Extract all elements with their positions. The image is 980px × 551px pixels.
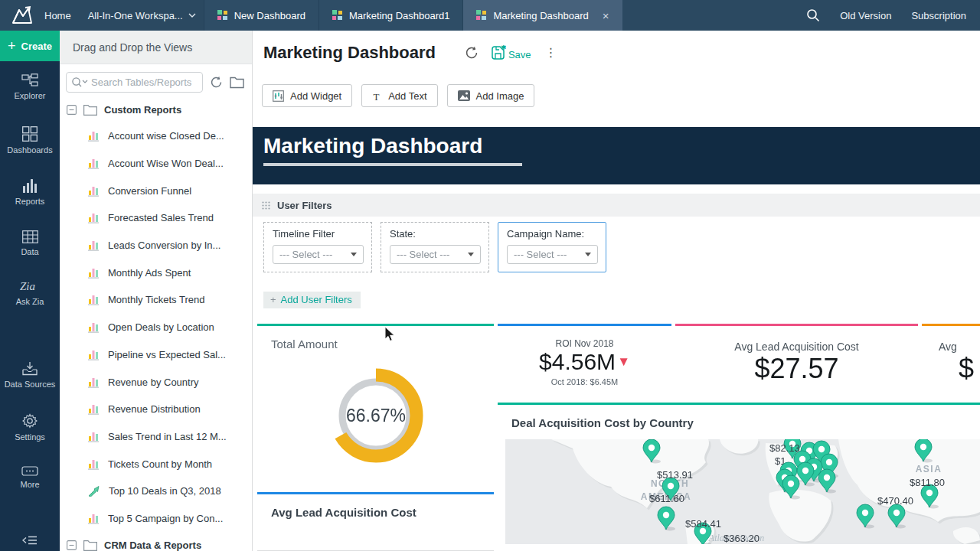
kpi-title: Avg Lead Acquisition Cost [734, 341, 858, 353]
subscription-link[interactable]: Subscription [911, 10, 966, 21]
report-list-item[interactable]: Tickets Count by Month [60, 450, 252, 478]
home-link[interactable]: Home [44, 10, 71, 21]
dashboard-tab-icon [217, 10, 228, 21]
refresh-icon[interactable] [210, 76, 223, 89]
dashboard-tab-icon [332, 10, 343, 21]
bar-chart-icon [88, 240, 100, 251]
widget-kpi-roi[interactable]: ROI Nov 2018 $4.56M ▼ Oct 2018: $6.45M [498, 324, 671, 399]
folder-custom-reports[interactable]: Custom Reports [60, 97, 252, 122]
collapse-toggle-icon[interactable] [67, 540, 77, 550]
sidebar-item-explorer[interactable]: Explorer [15, 73, 46, 100]
add-image-label: Add Image [476, 90, 524, 102]
map-value-label: $470.40 [877, 495, 913, 507]
analytics-logo-icon[interactable] [0, 5, 44, 25]
plus-icon: + [270, 294, 276, 305]
folder-icon [83, 105, 97, 116]
report-label: Monthly Tickets Trend [108, 294, 204, 305]
old-version-link[interactable]: Old Version [840, 10, 891, 21]
report-label: Top 5 Campaign by Con... [108, 513, 223, 524]
refresh-dashboard-icon[interactable] [465, 46, 479, 60]
widget-icon [273, 90, 284, 102]
svg-text:✱: ✱ [501, 45, 506, 51]
add-text-label: Add Text [388, 90, 426, 102]
caret-down-icon [351, 253, 357, 256]
save-button[interactable]: ✱ Save [491, 45, 531, 60]
svg-text:T: T [374, 91, 380, 101]
tab-marketing-dashboard[interactable]: Marketing Dashboard × [462, 0, 622, 31]
report-label: Sales Trend in Last 12 M... [108, 431, 227, 442]
tab-marketing-dashboard1[interactable]: Marketing Dashboard1 [318, 0, 463, 31]
trend-arrow-icon [88, 485, 100, 497]
sidebar-item-reports[interactable]: Reports [15, 179, 45, 206]
report-list-item[interactable]: Top 10 Deals in Q3, 2018 [60, 478, 252, 505]
folder-view-icon[interactable] [230, 77, 244, 89]
gauge-chart: 66.67% [318, 358, 433, 473]
bar-chart-icon [88, 212, 100, 223]
report-label: Top 10 Deals in Q3, 2018 [109, 485, 221, 497]
filter-campaign-name: Campaign Name: --- Select --- [498, 222, 606, 272]
report-label: Forecasted Sales Trend [108, 212, 214, 223]
create-label: Create [21, 41, 52, 52]
bar-chart-icon [88, 130, 100, 142]
filter-timeline: Timeline Filter --- Select --- [263, 222, 372, 272]
report-list-item[interactable]: Top 5 Campaign by Con... [60, 505, 252, 533]
select-value: --- Select --- [514, 249, 567, 260]
dashboard-canvas: Marketing Dashboard ✱ Save ⋮ Add Widget … [253, 31, 980, 551]
workspace-switcher[interactable]: All-In-One Workspa... [88, 10, 196, 21]
add-text-button[interactable]: T Add Text [361, 84, 437, 107]
add-widget-button[interactable]: Add Widget [262, 84, 352, 107]
report-list-item[interactable]: Conversion Funnel [60, 177, 252, 204]
folder-crm-data-reports[interactable]: CRM Data & Reports [60, 532, 252, 551]
state-filter-select[interactable]: --- Select --- [390, 245, 481, 264]
kpi-title: ROI Nov 2018 [555, 338, 613, 349]
add-image-button[interactable]: Add Image [447, 84, 535, 107]
world-map-chart: Atlantic Ocean NORTHAMERICAASIA$1$82.13$… [505, 439, 980, 544]
create-button[interactable]: + Create [0, 31, 60, 61]
report-label: Conversion Funnel [108, 185, 191, 197]
widget-kpi-partial[interactable]: Avg $ [922, 324, 980, 399]
sidebar-item-more[interactable]: More [20, 466, 39, 489]
report-list-item[interactable]: Account Wise Won Deal... [60, 150, 252, 178]
chevron-down-icon [188, 13, 196, 18]
report-list-item[interactable]: Revenue Distribution [60, 396, 252, 423]
sidebar-item-ask-zia[interactable]: Zia Ask Zia [16, 279, 44, 306]
report-list-item[interactable]: Forecasted Sales Trend [60, 204, 252, 232]
report-list-item[interactable]: Account wise Closed De... [60, 122, 252, 150]
report-list-item[interactable]: Open Deals by Location [60, 314, 252, 341]
report-list-item[interactable]: Revenue by Country [60, 368, 252, 396]
widget-avg-lead-acquisition-table[interactable]: Avg Lead Acquisition Cost [257, 492, 494, 551]
campaign-filter-select[interactable]: --- Select --- [507, 245, 598, 264]
kpi-value: $4.56M [539, 349, 616, 375]
explorer-icon [21, 73, 38, 87]
gear-icon [22, 413, 38, 429]
drag-handle-icon[interactable] [262, 201, 270, 210]
report-list-item[interactable]: Monthly Tickets Trend [60, 286, 252, 314]
report-label: Tickets Count by Month [108, 458, 212, 470]
collapse-toggle-icon[interactable] [67, 105, 77, 115]
views-panel-header: Drag and Drop the Views [60, 31, 252, 64]
report-list-item[interactable]: Leads Conversion by In... [60, 232, 252, 259]
tab-close-icon[interactable]: × [603, 9, 609, 22]
widget-total-amount[interactable]: Total Amount 66.67% [257, 324, 494, 491]
add-user-filters-link[interactable]: + Add User Filters [263, 292, 361, 308]
search-dropdown-icon[interactable] [71, 77, 88, 91]
page-title: Marketing Dashboard [263, 43, 436, 63]
bar-chart-icon [88, 185, 100, 197]
widget-deal-acquisition-map[interactable]: Deal Acquisition Cost by Country [498, 403, 980, 551]
collapse-sidebar-icon[interactable] [0, 536, 60, 545]
report-list-item[interactable]: Monthly Ads Spent [60, 259, 252, 286]
report-list-item[interactable]: Pipeline vs Expected Sal... [60, 341, 252, 369]
sidebar-item-data[interactable]: Data [21, 230, 38, 256]
sidebar-item-settings[interactable]: Settings [15, 413, 45, 442]
sidebar-item-dashboards[interactable]: Dashboards [7, 126, 52, 155]
timeline-filter-select[interactable]: --- Select --- [273, 245, 364, 264]
sidebar-item-data-sources[interactable]: Data Sources [5, 361, 56, 389]
more-options-icon[interactable]: ⋮ [545, 49, 557, 57]
search-icon[interactable] [806, 8, 820, 22]
save-icon: ✱ [491, 45, 506, 60]
image-icon [458, 90, 470, 101]
widget-title: Total Amount [257, 326, 494, 350]
widget-kpi-avg-lead-cost[interactable]: Avg Lead Acquisition Cost $27.57 [675, 324, 918, 399]
tab-new-dashboard[interactable]: New Dashboard [204, 0, 318, 31]
report-list-item[interactable]: Sales Trend in Last 12 M... [60, 423, 252, 451]
